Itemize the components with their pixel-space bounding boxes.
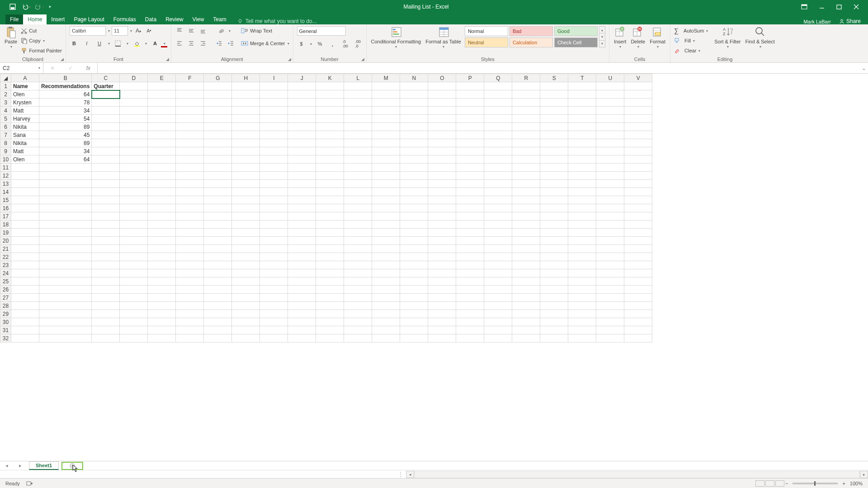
cell[interactable]: [204, 318, 232, 326]
cell[interactable]: [624, 147, 652, 155]
cell[interactable]: [400, 212, 428, 221]
cell[interactable]: [204, 107, 232, 115]
cell[interactable]: [260, 318, 288, 326]
cell[interactable]: [232, 326, 260, 334]
cell[interactable]: [204, 253, 232, 261]
cell[interactable]: [204, 82, 232, 90]
row-header[interactable]: 22: [0, 253, 11, 261]
cell[interactable]: [456, 90, 484, 99]
cell[interactable]: [344, 155, 372, 164]
cell[interactable]: [316, 131, 344, 139]
cell[interactable]: [260, 221, 288, 229]
col-header-K[interactable]: K: [316, 74, 344, 82]
cell[interactable]: [316, 318, 344, 326]
cell[interactable]: [624, 180, 652, 188]
cell[interactable]: [484, 90, 512, 99]
cell[interactable]: [540, 269, 568, 277]
cell[interactable]: [39, 229, 92, 237]
cell[interactable]: [176, 82, 204, 90]
cell[interactable]: [540, 277, 568, 286]
cell[interactable]: [288, 196, 316, 204]
cell[interactable]: [11, 188, 39, 196]
cell[interactable]: [484, 334, 512, 343]
cell[interactable]: [372, 164, 400, 172]
cell[interactable]: [120, 196, 148, 204]
tab-review[interactable]: Review: [161, 14, 188, 24]
row-header[interactable]: 25: [0, 277, 11, 286]
cell[interactable]: [92, 172, 120, 180]
cell[interactable]: [232, 221, 260, 229]
cell[interactable]: [148, 90, 176, 99]
cell[interactable]: [456, 155, 484, 164]
cell[interactable]: [316, 107, 344, 115]
cell[interactable]: [456, 123, 484, 131]
col-header-P[interactable]: P: [456, 74, 484, 82]
cell[interactable]: [596, 212, 624, 221]
cell[interactable]: [624, 237, 652, 245]
cell[interactable]: [484, 294, 512, 302]
cell[interactable]: [148, 204, 176, 212]
cell[interactable]: [512, 115, 540, 123]
cell[interactable]: [400, 90, 428, 99]
col-header-F[interactable]: F: [176, 74, 204, 82]
cell[interactable]: [428, 155, 456, 164]
cell[interactable]: [484, 107, 512, 115]
cell[interactable]: [540, 90, 568, 99]
cell[interactable]: [11, 245, 39, 253]
cell[interactable]: [484, 318, 512, 326]
cell[interactable]: [344, 334, 372, 343]
cell[interactable]: [316, 212, 344, 221]
cell[interactable]: [344, 188, 372, 196]
cell[interactable]: [204, 115, 232, 123]
cell[interactable]: [120, 155, 148, 164]
style-calculation[interactable]: Calculation: [509, 38, 553, 47]
cell[interactable]: [11, 277, 39, 286]
cell[interactable]: [596, 82, 624, 90]
grow-font-icon[interactable]: A▴: [134, 26, 143, 35]
cell[interactable]: [372, 286, 400, 294]
cell[interactable]: [540, 155, 568, 164]
cell[interactable]: [512, 196, 540, 204]
cell[interactable]: [456, 294, 484, 302]
cell[interactable]: [400, 277, 428, 286]
cell[interactable]: [232, 90, 260, 99]
tab-file[interactable]: File: [5, 14, 23, 24]
cell[interactable]: [540, 82, 568, 90]
cell[interactable]: [484, 180, 512, 188]
cell[interactable]: [260, 99, 288, 107]
cell[interactable]: [596, 277, 624, 286]
cell[interactable]: [540, 107, 568, 115]
cell[interactable]: [512, 277, 540, 286]
cell[interactable]: [176, 90, 204, 99]
cell[interactable]: [120, 115, 148, 123]
cell[interactable]: [512, 326, 540, 334]
view-page-layout-icon[interactable]: [765, 480, 774, 487]
cell[interactable]: [288, 212, 316, 221]
cell[interactable]: [400, 286, 428, 294]
cell[interactable]: [11, 261, 39, 269]
cell[interactable]: [512, 294, 540, 302]
cell[interactable]: [232, 196, 260, 204]
cell[interactable]: [540, 294, 568, 302]
cell[interactable]: [232, 261, 260, 269]
cell[interactable]: [400, 326, 428, 334]
cell-styles-gallery[interactable]: Normal Bad Good Neutral Calculation Chec…: [465, 26, 598, 47]
cell[interactable]: [428, 115, 456, 123]
cell[interactable]: 54: [39, 115, 92, 123]
cell[interactable]: [568, 334, 596, 343]
cell[interactable]: [428, 188, 456, 196]
cell[interactable]: [596, 204, 624, 212]
cell[interactable]: [176, 212, 204, 221]
cell[interactable]: [176, 139, 204, 147]
cell[interactable]: [120, 302, 148, 310]
cell[interactable]: [176, 334, 204, 343]
cell[interactable]: [400, 261, 428, 269]
cell[interactable]: [148, 269, 176, 277]
cell[interactable]: [540, 188, 568, 196]
cell[interactable]: [232, 155, 260, 164]
cell[interactable]: 34: [39, 147, 92, 155]
cell[interactable]: [344, 147, 372, 155]
tab-insert[interactable]: Insert: [47, 14, 69, 24]
cell[interactable]: [484, 253, 512, 261]
bold-button[interactable]: B: [70, 39, 79, 48]
